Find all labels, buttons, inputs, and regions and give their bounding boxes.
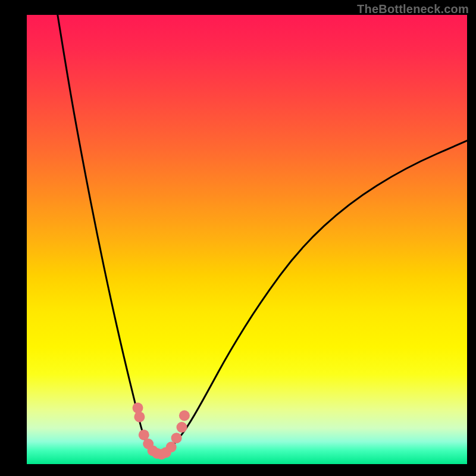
bottleneck-curve-path <box>58 15 467 455</box>
chart-frame: TheBottleneck.com <box>0 0 476 476</box>
watermark-text: TheBottleneck.com <box>357 2 469 16</box>
curve-layer <box>27 15 467 464</box>
highlight-dot <box>171 433 182 443</box>
highlight-dot <box>134 412 145 422</box>
bottleneck-curve <box>58 15 467 455</box>
highlight-dot <box>179 411 190 421</box>
highlight-dot <box>166 441 177 452</box>
highlight-dot <box>133 403 143 414</box>
highlight-dot <box>177 422 187 433</box>
highlight-dots <box>133 403 190 460</box>
plot-area <box>27 15 467 464</box>
